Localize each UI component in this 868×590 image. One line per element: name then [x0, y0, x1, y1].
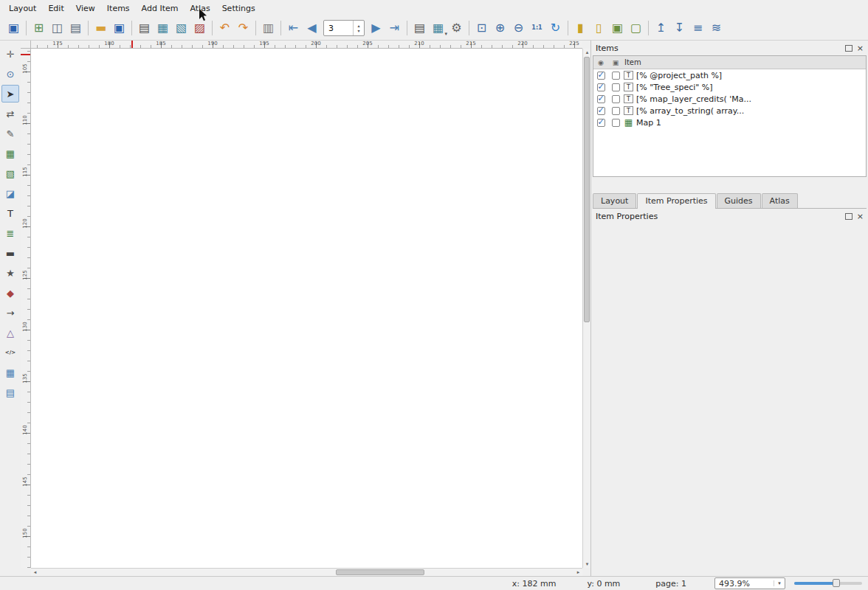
zoom-slider-handle[interactable] [833, 579, 840, 587]
tab-layout[interactable]: Layout [593, 193, 636, 208]
refresh-view-button[interactable]: ↻ [546, 19, 565, 38]
layout-manager-button[interactable]: ▤ [66, 19, 85, 38]
tab-atlas[interactable]: Atlas [762, 193, 798, 208]
select-move-item-button[interactable]: ➤ [1, 85, 19, 103]
scroll-left-button[interactable]: ◂ [31, 569, 39, 576]
vertical-scroll-thumb[interactable] [584, 57, 590, 322]
new-layout-button[interactable]: ⊞ [30, 19, 48, 38]
menu-add-item[interactable]: Add Item [136, 1, 185, 15]
raise-items-button[interactable]: ↥ [652, 19, 670, 38]
tab-guides[interactable]: Guides [717, 193, 761, 208]
next-feature-button[interactable]: ▶ [367, 19, 385, 38]
undo-button[interactable]: ↶ [216, 19, 234, 38]
distribute-items-button[interactable]: ≋ [707, 19, 726, 38]
add-arrow-button[interactable]: → [1, 304, 19, 322]
add-shape-button[interactable]: ◆ [1, 284, 19, 302]
save-project-button[interactable]: ▣ [4, 19, 23, 38]
lock-selected-items-button[interactable]: ▮ [571, 19, 590, 38]
zoom-level-combobox[interactable]: 493.9% ▾ [714, 577, 785, 589]
add-label-button[interactable]: T [1, 204, 19, 222]
ungroup-items-button[interactable]: ▢ [627, 19, 645, 38]
item-row[interactable]: ▦Map 1 [593, 117, 866, 128]
lock-checkbox[interactable] [612, 107, 620, 115]
visibility-cell [593, 72, 608, 80]
lock-checkbox[interactable] [612, 119, 620, 127]
visibility-checkbox[interactable] [597, 72, 605, 80]
duplicate-layout-button[interactable]: ◫ [48, 19, 66, 38]
move-item-content-button[interactable]: ⇄ [1, 105, 19, 122]
export-as-svg-button[interactable]: ▧ [172, 19, 190, 38]
menu-edit[interactable]: Edit [42, 1, 69, 15]
export-atlas-button[interactable]: ▦▾ [429, 19, 447, 38]
menu-layout[interactable]: Layout [3, 1, 42, 15]
zoom-out-button[interactable]: ⊖ [509, 19, 528, 38]
item-row[interactable]: T[% map_layer_credits( 'Ma... [593, 93, 866, 105]
spin-up-icon[interactable]: ▴ [357, 23, 359, 28]
zoom-full-button[interactable]: ⊡ [472, 19, 491, 38]
align-items-button[interactable]: ≡ [689, 19, 707, 38]
close-panel-icon[interactable]: × [857, 212, 864, 221]
item-row[interactable]: T[% "Tree_speci" %] [593, 81, 866, 93]
chevron-down-icon[interactable]: ▾ [774, 580, 785, 586]
zoom-slider[interactable] [794, 577, 862, 589]
redo-button[interactable]: ↷ [234, 19, 252, 38]
print-atlas-button[interactable]: ▤ [410, 19, 429, 38]
item-label: [% map_layer_credits( 'Ma... [636, 94, 751, 104]
previous-feature-button[interactable]: ◀ [303, 19, 321, 38]
add-map-button[interactable]: ▦ [1, 145, 19, 162]
menu-view[interactable]: View [70, 1, 101, 15]
status-bar: x: 182 mm y: 0 mm page: 1 493.9% ▾ [0, 576, 868, 590]
horizontal-scroll-thumb[interactable] [336, 569, 424, 575]
spin-down-icon[interactable]: ▾ [357, 28, 359, 33]
add-north-arrow-button[interactable]: ★ [1, 264, 19, 282]
add-picture-button[interactable]: ◪ [1, 184, 19, 202]
visibility-checkbox[interactable] [597, 83, 605, 91]
item-row[interactable]: T[% array_to_string( array... [593, 105, 866, 117]
edit-nodes-item-button[interactable]: ✎ [1, 125, 19, 142]
menu-items[interactable]: Items [101, 1, 136, 15]
tab-item-properties[interactable]: Item Properties [637, 193, 715, 209]
float-panel-icon[interactable] [845, 213, 852, 220]
atlas-settings-button[interactable]: ⚙ [447, 19, 466, 38]
add-fixed-table-button[interactable]: ▤ [1, 384, 19, 401]
export-as-image-button[interactable]: ▦ [154, 19, 172, 38]
print-layout-button[interactable]: ▤ [135, 19, 154, 38]
lock-checkbox[interactable] [612, 83, 620, 91]
atlas-preview-button[interactable]: ▥ [259, 19, 278, 38]
zoom-actual-button[interactable]: 1:1 [528, 19, 546, 38]
layout-page-canvas[interactable] [31, 49, 582, 568]
scroll-right-button[interactable]: ▸ [574, 569, 582, 576]
open-template-folder-button[interactable]: ▬ [92, 19, 110, 38]
add-node-item-button[interactable]: △ [1, 324, 19, 341]
zoom-tool-button[interactable]: ⊙ [1, 65, 19, 83]
unlock-all-items-button[interactable]: ▯ [590, 19, 608, 38]
item-row[interactable]: T[% @project_path %] [593, 69, 866, 81]
lock-checkbox[interactable] [612, 95, 620, 103]
visibility-checkbox[interactable] [597, 95, 605, 103]
first-feature-button[interactable]: ⇤ [284, 19, 303, 38]
group-items-button[interactable]: ▣ [608, 19, 627, 38]
spinbox-arrows[interactable]: ▴▾ [353, 21, 364, 35]
export-as-pdf-button[interactable]: ▨ [190, 19, 209, 38]
layout-workspace: 175180185190195200205210215220225 105110… [21, 41, 590, 576]
visibility-checkbox[interactable] [597, 119, 605, 127]
lock-checkbox[interactable] [612, 72, 620, 80]
add-scalebar-button[interactable]: ▬ [1, 244, 19, 262]
lower-items-button[interactable]: ↧ [670, 19, 689, 38]
visibility-checkbox[interactable] [597, 107, 605, 115]
visibility-cell [593, 107, 608, 115]
add-html-button[interactable]: </> [1, 344, 19, 361]
pan-tool-button[interactable]: ✛ [1, 45, 19, 63]
add-3d-map-button[interactable]: ▧ [1, 164, 19, 182]
last-feature-button[interactable]: ⇥ [385, 19, 404, 38]
horizontal-scrollbar[interactable]: ◂ ▸ [31, 568, 582, 576]
add-legend-button[interactable]: ≣ [1, 224, 19, 242]
menu-settings[interactable]: Settings [216, 1, 261, 15]
vertical-scrollbar[interactable]: ▴ ▾ [582, 49, 590, 568]
float-panel-icon[interactable] [845, 45, 852, 52]
save-as-template-button[interactable]: ▣ [110, 19, 128, 38]
atlas-feature-spinbox[interactable]: 3▴▾ [323, 20, 365, 36]
close-panel-icon[interactable]: × [857, 44, 864, 52]
zoom-in-button[interactable]: ⊕ [491, 19, 509, 38]
add-attribute-table-button[interactable]: ▦ [1, 364, 19, 381]
